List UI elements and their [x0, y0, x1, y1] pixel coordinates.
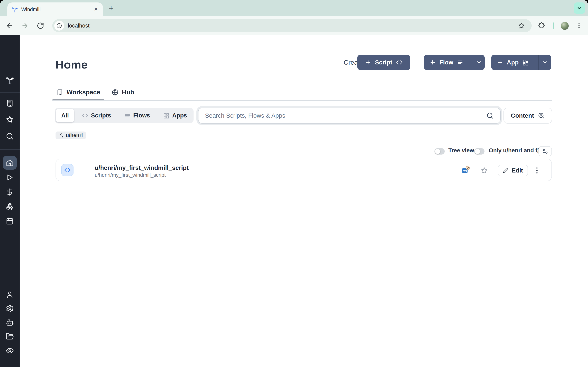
window-controls-chevron-button[interactable]: [574, 2, 585, 14]
search-code-icon: [538, 112, 545, 119]
url-bar[interactable]: localhost: [52, 19, 532, 32]
tabs-bottom-border: [52, 100, 552, 101]
owner-badge-label: u/henri: [66, 133, 83, 138]
url-text: localhost: [68, 23, 90, 29]
edit-button[interactable]: Edit: [498, 165, 528, 176]
item-menu-dots[interactable]: [533, 165, 541, 176]
owner-filter-badge[interactable]: u/henri: [56, 132, 86, 139]
create-script-label: Script: [375, 59, 392, 66]
tab-hub[interactable]: Hub: [108, 84, 138, 101]
create-flow-dropdown[interactable]: [473, 55, 485, 70]
home-icon: [6, 159, 14, 167]
chevron-down-icon: [476, 59, 482, 65]
create-script-button[interactable]: Script: [357, 55, 410, 70]
schedules-calendar-icon[interactable]: [6, 217, 14, 225]
only-owner-toggle[interactable]: [474, 148, 484, 155]
person-icon: [59, 133, 64, 138]
layout-grid-icon: [163, 113, 169, 119]
settings-gear-icon[interactable]: [6, 305, 14, 313]
create-app-main[interactable]: App: [491, 55, 535, 70]
filter-flows[interactable]: Flows: [119, 109, 155, 122]
workers-bot-icon[interactable]: [6, 318, 14, 327]
browser-tabbar: Windmill ✕ +: [0, 0, 588, 16]
view-tabs: Workspace Hub: [52, 84, 138, 101]
tab-workspace[interactable]: Workspace: [52, 84, 104, 101]
filter-scripts[interactable]: Scripts: [77, 109, 116, 122]
windmill-logo-icon[interactable]: [5, 75, 14, 84]
filter-scripts-label: Scripts: [91, 112, 111, 119]
content-button-label: Content: [511, 112, 534, 119]
search-box: [198, 108, 501, 124]
extensions-puzzle-icon[interactable]: [538, 22, 545, 29]
chevron-down-icon: [542, 59, 548, 65]
create-flow-label: Flow: [439, 59, 453, 66]
view-settings-button[interactable]: [538, 146, 552, 156]
script-title[interactable]: u/henri/my_first_windmill_script: [95, 164, 189, 171]
bookmark-star-icon[interactable]: [518, 22, 525, 29]
favorites-star-icon[interactable]: [6, 115, 14, 124]
plus-icon: [430, 59, 436, 66]
content-button[interactable]: Content: [503, 108, 552, 124]
search-icon[interactable]: [486, 112, 494, 119]
variables-dollar-icon[interactable]: [6, 188, 14, 196]
code-icon: [64, 167, 71, 173]
create-app-label: App: [507, 59, 519, 66]
chevron-down-icon: [577, 5, 582, 11]
code-icon: [82, 113, 88, 119]
flow-lines-icon: [457, 59, 463, 66]
folders-icon[interactable]: [6, 332, 14, 341]
pencil-icon: [503, 168, 509, 174]
script-list-item[interactable]: u/henri/my_first_windmill_script u/henri…: [56, 159, 552, 181]
tab-title: Windmill: [21, 7, 90, 12]
audit-logs-eye-icon[interactable]: [6, 347, 14, 355]
user-icon[interactable]: [6, 291, 14, 299]
filter-apps[interactable]: Apps: [158, 109, 192, 122]
page-title: Home: [56, 58, 87, 71]
forward-icon[interactable]: [21, 22, 29, 29]
reload-icon[interactable]: [37, 22, 44, 29]
plus-icon: [365, 59, 371, 66]
text-caret: [204, 112, 204, 120]
tab-close-icon[interactable]: ✕: [93, 7, 99, 12]
create-flow-main[interactable]: Flow: [424, 55, 469, 70]
new-tab-button[interactable]: +: [106, 3, 116, 13]
create-app-dropdown[interactable]: [538, 55, 551, 70]
create-app-button[interactable]: App: [491, 55, 551, 70]
browser-window: Windmill ✕ + localhost: [0, 0, 588, 367]
script-path: u/henri/my_first_windmill_script: [95, 172, 165, 178]
search-icon[interactable]: [6, 132, 14, 140]
script-type-iconbox: [61, 164, 73, 176]
browser-tab[interactable]: Windmill ✕: [7, 2, 103, 16]
profile-avatar[interactable]: [561, 22, 569, 30]
sidebar-divider: [0, 149, 20, 150]
tree-view-label: Tree view: [448, 147, 474, 154]
browser-menu-dots-icon[interactable]: [576, 22, 582, 29]
only-owner-label: Only u/henri and f/*: [489, 147, 541, 154]
tree-view-toggle[interactable]: [434, 148, 445, 155]
filter-apps-label: Apps: [172, 112, 187, 119]
main-content: Home Create a Script Flow App: [20, 35, 588, 367]
filter-all-label: All: [61, 112, 69, 119]
windmill-favicon-icon: [11, 6, 18, 13]
search-input[interactable]: [204, 112, 486, 119]
baby-emoji-icon: [466, 166, 470, 170]
site-info-icon[interactable]: [54, 21, 64, 31]
favorite-star-icon[interactable]: [481, 167, 488, 174]
toggle-knob: [435, 149, 440, 154]
filter-all[interactable]: All: [56, 109, 74, 122]
app-sidebar: [0, 35, 20, 367]
workspace-switcher-icon[interactable]: [6, 99, 14, 107]
layout-grid-icon: [522, 59, 529, 66]
plus-icon: [497, 59, 503, 66]
runs-play-icon[interactable]: [6, 173, 14, 182]
resources-cubes-icon[interactable]: [6, 202, 14, 210]
back-icon[interactable]: [6, 22, 13, 29]
globe-icon: [112, 89, 119, 96]
sidebar-divider: [0, 92, 20, 92]
kind-filter-segmented: All Scripts Flows Apps: [55, 108, 194, 123]
create-flow-button[interactable]: Flow: [424, 55, 485, 70]
sliders-icon: [542, 148, 548, 155]
tab-workspace-label: Workspace: [67, 89, 100, 96]
sidebar-item-home[interactable]: [3, 156, 17, 170]
building-icon: [56, 89, 63, 96]
